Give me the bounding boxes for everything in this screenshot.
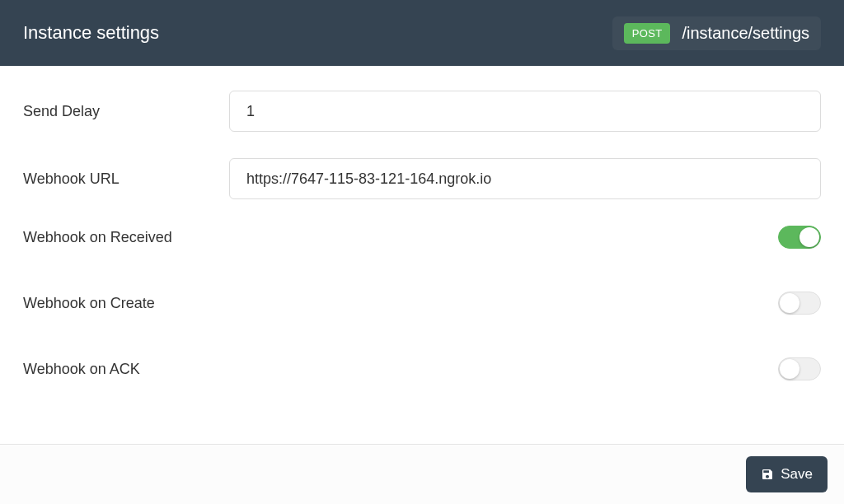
label-webhook-received: Webhook on Received — [23, 229, 229, 246]
page-title: Instance settings — [23, 22, 159, 44]
row-webhook-create: Webhook on Create — [23, 292, 821, 315]
row-webhook-ack: Webhook on ACK — [23, 357, 821, 380]
toggle-knob — [780, 293, 799, 313]
label-send-delay: Send Delay — [23, 103, 229, 120]
row-webhook-received: Webhook on Received — [23, 226, 821, 249]
toggle-knob — [780, 359, 799, 379]
http-method-badge: POST — [624, 23, 671, 44]
label-webhook-create: Webhook on Create — [23, 295, 229, 312]
save-button-label: Save — [781, 466, 813, 483]
row-webhook-url: Webhook URL — [23, 158, 821, 199]
page-header: Instance settings POST /instance/setting… — [0, 0, 844, 66]
toggle-webhook-ack[interactable] — [778, 357, 821, 380]
endpoint-box: POST /instance/settings — [612, 16, 821, 50]
label-webhook-ack: Webhook on ACK — [23, 361, 229, 378]
toggle-knob — [799, 227, 819, 247]
footer-bar: Save — [0, 444, 844, 504]
endpoint-path: /instance/settings — [682, 24, 809, 43]
save-button[interactable]: Save — [746, 456, 828, 492]
toggle-webhook-create[interactable] — [778, 292, 821, 315]
settings-form: Send Delay Webhook URL Webhook on Receiv… — [0, 66, 844, 380]
row-send-delay: Send Delay — [23, 91, 821, 132]
toggle-webhook-received[interactable] — [778, 226, 821, 249]
floppy-disk-icon — [761, 468, 774, 481]
label-webhook-url: Webhook URL — [23, 170, 229, 188]
input-webhook-url[interactable] — [229, 158, 821, 199]
input-send-delay[interactable] — [229, 91, 821, 132]
